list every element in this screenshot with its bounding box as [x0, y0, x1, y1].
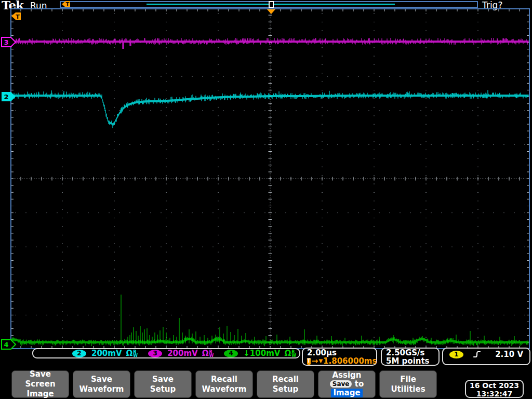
- graticule: [10, 8, 530, 349]
- btn-line: Assign: [332, 371, 361, 380]
- ch3-marker-label: 3: [4, 38, 8, 46]
- delay-arrow-icon: →: [312, 357, 318, 365]
- ch3-readout[interactable]: 3 200mV Ω B W: [148, 349, 214, 358]
- delay-triangle-icon: ▼: [318, 357, 323, 365]
- ch3-badge[interactable]: 3: [148, 350, 162, 357]
- btn-line: Screen Image: [12, 379, 69, 399]
- ch2-scale: 200mV: [91, 349, 122, 358]
- btn-line: Recall: [211, 375, 237, 384]
- btn-line: Save: [152, 375, 174, 384]
- ch2-bandwidth-icon: B W: [133, 350, 138, 357]
- horizontal-delay-row: T → ▼ 1.806000ms: [307, 357, 372, 365]
- ch4-coupling: Ω: [284, 349, 291, 358]
- file-utilities-button[interactable]: File Utilities: [379, 370, 437, 398]
- ch3-bandwidth-icon: B W: [209, 350, 214, 357]
- assign-save-to-image-button[interactable]: Assign Save to Image: [318, 370, 376, 398]
- trigger-level-value: 2.10 V: [495, 350, 523, 359]
- acquisition-readout-box[interactable]: 2.50GS/s 5M points: [381, 348, 440, 366]
- ch3-scale: 200mV: [167, 349, 198, 358]
- recall-setup-button[interactable]: Recall Setup: [257, 370, 314, 398]
- record-trigger-t-label: T: [66, 2, 70, 7]
- ch4-badge[interactable]: 4: [224, 350, 238, 357]
- btn-line: File: [400, 375, 416, 384]
- ch2-bw-w: W: [133, 354, 138, 357]
- horizontal-delay-value: 1.806000ms: [323, 357, 377, 365]
- ch2-badge[interactable]: 2: [72, 350, 86, 357]
- btn-line: Waveform: [202, 384, 247, 394]
- waveform-display: [10, 8, 530, 349]
- assign-target-highlight: Image: [331, 389, 362, 397]
- sample-rate: 2.50GS/s: [386, 349, 434, 357]
- horizontal-readout-box[interactable]: 2.00µs T → ▼ 1.806000ms: [302, 348, 377, 366]
- trigger-readout-box[interactable]: 1 2.10 V: [442, 348, 530, 365]
- ch4-bw-w: W: [291, 354, 296, 357]
- datetime-box: 16 Oct 2023 13:32:47: [465, 380, 524, 398]
- record-view-bracket[interactable]: [269, 1, 274, 8]
- time-label: 13:32:47: [466, 390, 523, 398]
- ch3-position-marker[interactable]: 3: [1, 37, 17, 47]
- ch2-coupling: Ω: [126, 349, 133, 358]
- btn-line: Waveform: [79, 384, 124, 394]
- date-label: 16 Oct 2023: [466, 381, 523, 390]
- trigger-position-triangle: [267, 9, 275, 14]
- ch4-marker-label: 4: [4, 341, 8, 349]
- ch4-bandwidth-icon: B W: [291, 350, 296, 357]
- horizontal-scale: 2.00µs: [307, 349, 372, 357]
- ch3-bw-w: W: [209, 354, 214, 357]
- btn-line: Save: [91, 375, 112, 384]
- ch4-scale: ↓100mV: [243, 349, 280, 358]
- record-trigger-t-icon[interactable]: T: [61, 1, 71, 8]
- ch4-readout[interactable]: 4 ↓100mV Ω B W: [224, 349, 296, 358]
- trigger-source-badge[interactable]: 1: [449, 351, 463, 358]
- record-length: 5M points: [386, 357, 434, 365]
- record-view-bar[interactable]: T: [60, 1, 478, 8]
- recall-waveform-button[interactable]: Recall Waveform: [195, 370, 253, 398]
- ch2-position-marker[interactable]: 2: [1, 91, 17, 102]
- btn-line: Save: [30, 369, 51, 379]
- channel-readout-box: 2 200mV Ω B W 3 200mV Ω B W 4 ↓100mV Ω B…: [32, 348, 300, 358]
- btn-line: Utilities: [391, 384, 425, 394]
- ch2-readout[interactable]: 2 200mV Ω B W: [72, 349, 138, 358]
- oscilloscope-screen: Tek Run Trig? T T 3 2 4 2 200mV Ω: [0, 0, 532, 399]
- rising-edge-icon: [473, 350, 481, 358]
- ch3-coupling: Ω: [202, 349, 209, 358]
- assign-middle-row: Save to: [330, 380, 364, 389]
- save-screen-image-button[interactable]: Save Screen Image: [11, 370, 69, 398]
- trigger-level-marker[interactable]: T: [11, 12, 21, 20]
- btn-line: Setup: [273, 384, 299, 394]
- btn-line: to: [355, 379, 364, 389]
- delay-t-icon: T: [307, 358, 311, 365]
- save-waveform-button[interactable]: Save Waveform: [73, 370, 130, 398]
- ch2-marker-label: 2: [4, 93, 8, 101]
- btn-line: Recall: [272, 375, 299, 384]
- btn-line: Setup: [150, 384, 176, 394]
- trigger-level-t-label: T: [16, 14, 20, 20]
- save-pill-badge: Save: [330, 380, 352, 388]
- save-setup-button[interactable]: Save Setup: [134, 370, 192, 398]
- ch4-position-marker[interactable]: 4: [1, 339, 17, 350]
